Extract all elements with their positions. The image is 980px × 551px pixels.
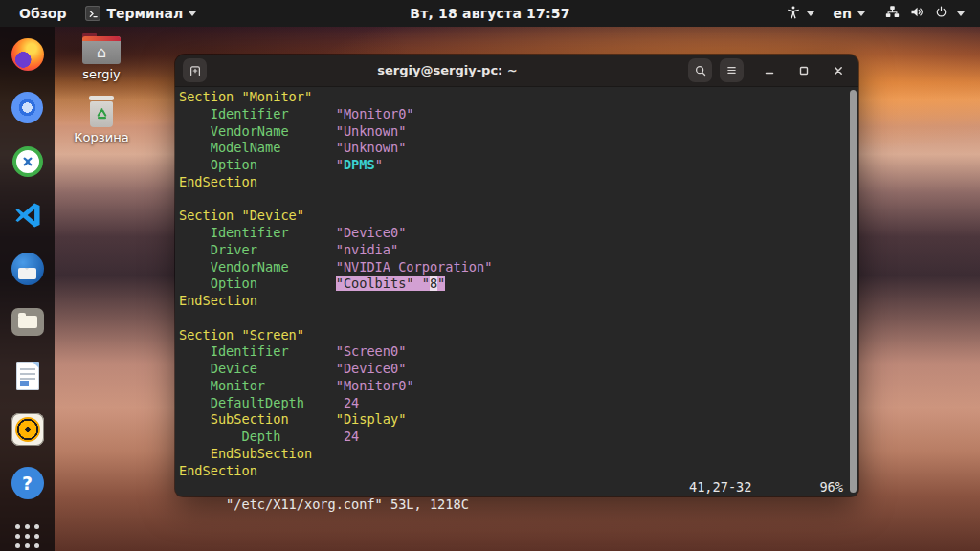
code-segment: "Unknown": [336, 123, 407, 139]
code-segment: [289, 259, 336, 275]
desktop-icon-home-folder[interactable]: ⌂ sergiy: [74, 32, 129, 81]
input-language-button[interactable]: en: [824, 0, 875, 27]
code-segment: "Monitor0": [336, 106, 414, 121]
minimize-button[interactable]: [759, 60, 780, 81]
new-tab-icon: [189, 64, 202, 77]
code-segment: 8: [430, 276, 437, 291]
search-button[interactable]: [688, 58, 712, 82]
code-segment: DPMS: [344, 157, 375, 172]
code-segment: EndSection: [179, 174, 257, 189]
search-icon: [694, 64, 707, 77]
code-segment: "nvidia": [336, 242, 398, 257]
code-segment: [257, 157, 336, 172]
files-icon: [11, 308, 44, 336]
dock-item-thunderbird[interactable]: [10, 251, 46, 286]
dock-item-app-grid[interactable]: [10, 518, 46, 551]
terminal-content[interactable]: Section "Monitor" Identifier "Monitor0" …: [175, 87, 858, 496]
scroll-percent: 96%: [819, 479, 843, 496]
app-menu-button[interactable]: Терминал: [76, 0, 206, 27]
dock-item-chromium[interactable]: [10, 90, 46, 125]
window-title: sergiy@sergiy-pc: ~: [214, 63, 680, 77]
terminal-line: Monitor "Monitor0": [179, 378, 858, 395]
app-menu-label: Терминал: [106, 6, 183, 21]
terminal-line: EndSection: [179, 463, 858, 480]
clock-button[interactable]: Вт, 18 августа 17:57: [398, 0, 581, 27]
house-glyph: ⌂: [97, 45, 106, 60]
thunderbird-icon: [11, 253, 44, 285]
code-segment: [179, 123, 211, 139]
dock-item-help[interactable]: ?: [10, 465, 46, 500]
code-segment: SubSection: [211, 411, 289, 427]
code-segment: "Monitor0": [336, 378, 414, 393]
code-segment: [280, 429, 343, 444]
terminal-line: Identifier "Screen0": [179, 343, 858, 361]
terminal-header[interactable]: sergiy@sergiy-pc: ~: [175, 55, 858, 87]
code-segment: DefaultDepth: [211, 395, 304, 410]
rhythmbox-icon: [11, 413, 44, 446]
terminal-line: EndSection: [179, 293, 858, 310]
terminal-line: Option "DPMS": [179, 157, 858, 174]
terminal-line: VendorName "Unknown": [179, 123, 858, 141]
terminal-line: SubSection "Display": [179, 411, 858, 429]
maximize-button[interactable]: [793, 60, 814, 81]
terminal-line: Identifier "Device0": [179, 225, 858, 242]
activities-button[interactable]: Обзор: [10, 0, 76, 27]
code-segment: [179, 446, 211, 461]
app-grid-icon: [15, 524, 39, 548]
terminal-line: Section "Monitor": [179, 89, 858, 106]
terminal-line: ModelName "Unknown": [179, 140, 858, 157]
code-segment: "Display": [336, 411, 407, 427]
code-segment: "Device0": [336, 361, 407, 376]
terminal-scrollbar[interactable]: [850, 90, 857, 493]
code-segment: EndSubSection: [211, 446, 312, 461]
volume-icon: [909, 4, 925, 23]
accessibility-menu-button[interactable]: [776, 0, 824, 27]
chromium-icon: [11, 92, 43, 123]
code-segment: [289, 411, 336, 427]
code-segment: [265, 378, 336, 393]
code-segment: [179, 429, 241, 444]
terminal-line: EndSection: [179, 174, 858, 191]
desktop-icons: ⌂ sergiy Корзина: [74, 32, 129, 144]
code-segment: "NVIDIA Corporation": [336, 259, 493, 275]
menu-icon: [725, 64, 738, 77]
code-segment: VendorName: [211, 123, 289, 139]
dock-item-rhythmbox[interactable]: [10, 411, 46, 447]
code-segment: Section "Screen": [179, 327, 304, 342]
dock-item-firefox[interactable]: [10, 36, 46, 72]
desktop-icon-trash[interactable]: Корзина: [74, 96, 129, 144]
terminal-line: EndSubSection: [179, 446, 858, 463]
terminal-line: Depth 24: [179, 429, 858, 446]
terminal-line: Section "Device": [179, 208, 858, 225]
chevron-down-icon: [189, 11, 196, 16]
close-button[interactable]: [828, 60, 849, 81]
terminal-line: Identifier "Monitor0": [179, 106, 858, 123]
dock-item-sync-app[interactable]: [10, 143, 46, 179]
code-segment: [179, 276, 211, 291]
dock-item-files[interactable]: [10, 304, 46, 340]
code-segment: Device: [211, 361, 257, 376]
top-bar-right: en: [776, 0, 980, 27]
firefox-icon: [11, 38, 44, 71]
code-segment: Depth: [241, 429, 280, 444]
code-segment: Monitor: [211, 378, 265, 393]
system-menu-button[interactable]: [875, 0, 974, 27]
dock-item-writer[interactable]: [10, 358, 46, 393]
menu-button[interactable]: [720, 58, 744, 82]
terminal-line: [179, 310, 858, 327]
code-segment: [179, 361, 211, 376]
dock-item-vscode[interactable]: [10, 197, 46, 232]
code-segment: Section "Device": [179, 208, 304, 223]
terminal-line: [179, 191, 858, 209]
code-segment: ": [375, 157, 383, 172]
code-segment: [179, 106, 211, 121]
sync-circle-icon: [12, 146, 43, 177]
terminal-lines: Section "Monitor" Identifier "Monitor0" …: [179, 89, 858, 479]
code-segment: 24: [344, 395, 359, 410]
terminal-line: Driver "nvidia": [179, 242, 858, 259]
code-segment: [179, 378, 211, 393]
code-segment: EndSection: [179, 463, 257, 478]
code-segment: [289, 106, 336, 121]
new-tab-button[interactable]: [183, 58, 207, 82]
close-icon: [833, 65, 844, 77]
